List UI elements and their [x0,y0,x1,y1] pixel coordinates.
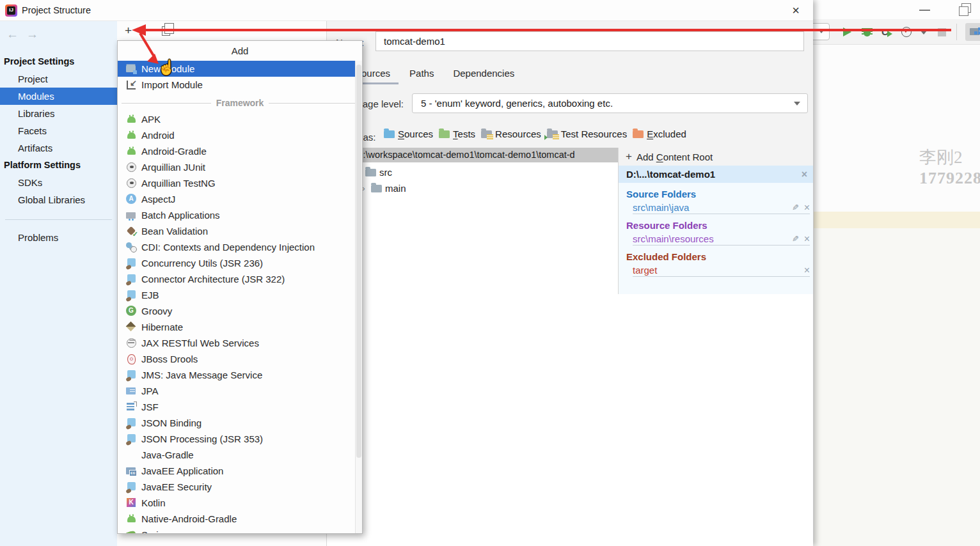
mark-as-excluded[interactable]: Excluded [633,129,686,139]
tree-item-main[interactable]: › main [360,180,406,196]
framework-item-groovy[interactable]: Groovy [118,303,355,319]
framework-item-label: Android [141,130,175,141]
sidebar-item-facets[interactable]: Facets [0,122,117,139]
sidebar-item-project[interactable]: Project [0,70,117,88]
javaee-bean-icon [126,481,137,492]
folder-entry-src-main-resources[interactable]: src\main\resources ✎ × [633,233,810,246]
sidebar-item-modules[interactable]: Modules [0,88,117,105]
folder-entry-src-main-java[interactable]: src\main\java ✎ × [633,202,810,214]
framework-item-kotlin[interactable]: Kotlin [118,495,355,511]
edit-pencil-icon[interactable]: ✎ [792,203,799,212]
framework-item-java-gradle[interactable]: Java-Gradle [118,447,355,463]
back-arrow-icon[interactable]: ← [6,27,26,41]
framework-item-batch-applications[interactable]: Batch Applications [118,207,355,223]
popup-scrollbar[interactable] [355,61,362,533]
android-icon [126,130,137,141]
framework-item-connector-architecture-jsr-322[interactable]: Connector Architecture (JSR 322) [118,271,355,287]
run-button[interactable] [841,26,853,38]
remove-folder-icon[interactable]: × [804,203,810,213]
framework-item-arquillian-testng[interactable]: Arquillian TestNG [118,175,355,191]
framework-item-jboss-drools[interactable]: JBoss Drools [118,351,355,367]
add-content-root-button[interactable]: + Add Content Root [619,148,813,166]
javaee-bean-icon [126,417,137,428]
copy-icon[interactable] [162,26,170,36]
framework-item-native-android-gradle[interactable]: Native-Android-Gradle [118,511,355,527]
forward-arrow-icon[interactable]: → [26,27,46,41]
framework-item-label: JavaEE Security [141,481,212,492]
framework-item-ejb[interactable]: EJB [118,287,355,303]
profiler-button[interactable] [901,26,912,38]
sidebar-divider [5,219,112,220]
debug-button[interactable] [861,26,873,38]
framework-item-jax-restful-web-services[interactable]: JAX RESTful Web Services [118,335,355,351]
framework-item-label: JavaEE Application [141,465,223,476]
framework-item-apk[interactable]: APK [118,111,355,127]
mark-as-test-resources[interactable]: Test Resources [547,129,627,139]
drools-icon [126,354,137,364]
framework-item-android[interactable]: Android [118,127,355,143]
watermark: 李刚2 177922855 [919,146,980,188]
mark-as-resources[interactable]: Resources [481,129,541,139]
content-root-row[interactable]: D:\...\tomcat-demo1 × [619,166,813,183]
excluded-folder-icon [633,130,644,138]
run-with-coverage-button[interactable] [881,26,892,38]
popup-item-new-module[interactable]: New Module [118,61,355,77]
popup-item-import-module[interactable]: Import Module [118,77,355,93]
framework-item-jms-java-message-service[interactable]: JMS: Java Message Service [118,367,355,383]
section-title: Source Folders [626,189,813,199]
folder-icon [365,169,376,176]
framework-item-cdi-contexts-and-dependency-injection[interactable]: CDI: Contexts and Dependency Injection [118,239,355,255]
module-name-input[interactable] [375,31,804,51]
language-level-select[interactable]: 5 - 'enum' keyword, generics, autoboxing… [412,93,808,113]
javaee-bean-icon [126,290,137,300]
tab-dependencies[interactable]: Dependencies [443,65,524,82]
run-options-caret[interactable] [921,26,928,38]
tab-paths[interactable]: Paths [400,65,443,82]
project-structure-button[interactable] [965,23,980,41]
cdi-icon [126,242,137,253]
mark-as-sources[interactable]: Sources [384,129,433,139]
framework-item-jsf[interactable]: JSF [118,399,355,415]
framework-item-concurrency-utils-jsr-236[interactable]: Concurrency Utils (JSR 236) [118,255,355,271]
sources-folder-icon [384,130,395,138]
folder-entry-target[interactable]: target × [633,265,810,277]
intellij-logo-icon [5,4,17,17]
tree-item-src[interactable]: src [365,164,392,180]
minimize-icon[interactable] [919,10,930,11]
sidebar-item-sdks[interactable]: SDKs [0,174,117,191]
content-root-tree-root[interactable]: D:\workspace\tomcat-demo1\tomcat-demo1\t… [327,148,618,162]
close-icon[interactable]: × [787,1,804,19]
framework-item-javaee-application[interactable]: JavaEE Application [118,463,355,479]
section-source-folders: Source Folders src\main\java ✎ × [626,189,813,214]
scrollbar-thumb[interactable] [356,65,361,458]
remove-folder-icon[interactable]: × [804,234,810,244]
mark-as-tests-label: Tests [453,129,475,139]
restore-window-icon[interactable] [959,6,967,15]
framework-item-hibernate[interactable]: Hibernate [118,319,355,335]
framework-item-javaee-security[interactable]: JavaEE Security [118,479,355,495]
framework-item-bean-validation[interactable]: Bean Validation [118,223,355,239]
sidebar-item-global-libraries[interactable]: Global Libraries [0,191,117,208]
framework-item-json-processing-jsr-353[interactable]: JSON Processing (JSR 353) [118,431,355,447]
framework-item-label: JBoss Drools [141,354,198,364]
framework-item-android-gradle[interactable]: Android-Gradle [118,143,355,159]
chevron-down-icon [818,29,825,33]
framework-item-arquillian-junit[interactable]: Arquillian JUnit [118,159,355,175]
remove-folder-icon[interactable]: × [804,265,810,276]
framework-item-json-binding[interactable]: JSON Binding [118,415,355,431]
edit-pencil-icon[interactable]: ✎ [792,234,799,244]
stop-button[interactable] [937,26,948,38]
framework-item-jpa[interactable]: JPA [118,383,355,399]
framework-item-spring[interactable]: Spring [118,527,355,534]
mark-as-tests[interactable]: Tests [439,129,475,139]
framework-item-aspectj[interactable]: AspectJ [118,191,355,207]
remove-icon[interactable]: − [142,24,149,37]
remove-content-root-icon[interactable]: × [802,169,807,180]
content-root-panel: + Add Content Root D:\...\tomcat-demo1 ×… [618,148,813,294]
sidebar-item-problems[interactable]: Problems [0,229,117,246]
sidebar-item-artifacts[interactable]: Artifacts [0,139,117,157]
content-root-path: D:\...\tomcat-demo1 [626,169,802,180]
add-icon[interactable]: + [125,24,132,37]
sidebar-item-libraries[interactable]: Libraries [0,105,117,122]
popup-item-label: Import Module [141,79,203,90]
